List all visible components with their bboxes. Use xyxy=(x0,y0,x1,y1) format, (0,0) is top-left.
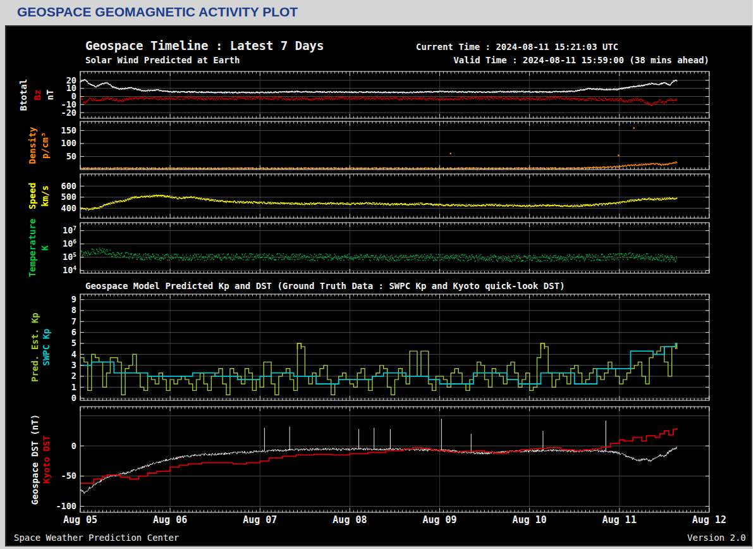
svg-text:nT: nT xyxy=(45,90,55,101)
svg-text:104: 104 xyxy=(63,264,76,275)
x-axis-day-label: Aug 05 xyxy=(63,514,97,526)
svg-text:Temperature: Temperature xyxy=(27,219,37,278)
x-axis-day-label: Aug 08 xyxy=(332,514,367,526)
svg-text:Density: Density xyxy=(27,126,37,164)
svg-text:p/cm³: p/cm³ xyxy=(40,132,50,159)
svg-text:600: 600 xyxy=(61,181,76,191)
svg-text:Speed: Speed xyxy=(27,183,37,209)
svg-text:Kyoto DST: Kyoto DST xyxy=(41,436,51,484)
svg-text:Btotal: Btotal xyxy=(18,79,28,111)
x-axis-day-label: Aug 11 xyxy=(602,514,637,526)
svg-text:-50: -50 xyxy=(61,471,76,481)
svg-text:4: 4 xyxy=(71,349,76,359)
svg-text:9: 9 xyxy=(71,294,76,304)
svg-text:100: 100 xyxy=(61,138,76,148)
x-axis-day-label: Aug 09 xyxy=(422,514,456,526)
svg-text:Pred. Est. Kp: Pred. Est. Kp xyxy=(30,312,40,382)
svg-text:107: 107 xyxy=(63,225,76,235)
panel-density: 15010050Densityp/cm³ xyxy=(27,121,709,170)
x-axis-day-label: Aug 10 xyxy=(513,514,547,526)
panel-bfield: 20100-10-20BtotalBznT xyxy=(18,71,709,118)
svg-text:0: 0 xyxy=(71,393,76,403)
footer-source: Space Weather Prediction Center xyxy=(14,533,179,543)
svg-text:2: 2 xyxy=(71,371,76,381)
svg-text:8: 8 xyxy=(71,305,76,315)
svg-text:150: 150 xyxy=(61,125,76,135)
panel-temperature: 107106105104TemperatureK xyxy=(27,219,709,278)
svg-text:6: 6 xyxy=(71,327,76,337)
panel-kp: 9876543210Pred. Est. KpSWPC Kp xyxy=(30,294,709,403)
svg-text:106: 106 xyxy=(63,238,76,249)
svg-text:0: 0 xyxy=(71,441,76,451)
footer-version: Version 2.0 xyxy=(687,533,746,543)
svg-text:500: 500 xyxy=(61,192,76,202)
svg-text:Bz: Bz xyxy=(32,90,42,101)
svg-text:K: K xyxy=(40,245,50,250)
svg-text:5: 5 xyxy=(71,338,76,348)
svg-text:SWPC Kp: SWPC Kp xyxy=(41,328,51,366)
svg-text:-100: -100 xyxy=(56,501,76,511)
svg-text:km/s: km/s xyxy=(40,185,50,207)
x-axis-day-label: Aug 07 xyxy=(243,514,277,526)
svg-text:105: 105 xyxy=(63,251,76,262)
svg-text:50: 50 xyxy=(66,151,76,161)
svg-text:400: 400 xyxy=(61,203,76,213)
panel-dst: 0-50-100Geospace DST (nT)Kyoto DST xyxy=(30,407,709,512)
svg-text:Geospace DST (nT): Geospace DST (nT) xyxy=(30,414,40,505)
page-title: GEOSPACE GEOMAGNETIC ACTIVITY PLOT xyxy=(17,4,298,20)
plot-panel: Geospace Timeline : Latest 7 Days Curren… xyxy=(5,25,752,546)
x-axis-day-label: Aug 06 xyxy=(153,514,187,526)
panel-speed: 600500400Speedkm/s xyxy=(27,174,709,218)
x-axis-day-label: Aug 12 xyxy=(692,514,726,526)
timeline-chart: 20100-10-20BtotalBznT15010050Densityp/cm… xyxy=(6,27,751,544)
svg-text:1: 1 xyxy=(71,382,76,392)
svg-text:-20: -20 xyxy=(61,108,76,118)
svg-text:3: 3 xyxy=(71,360,76,370)
svg-text:7: 7 xyxy=(71,316,76,326)
